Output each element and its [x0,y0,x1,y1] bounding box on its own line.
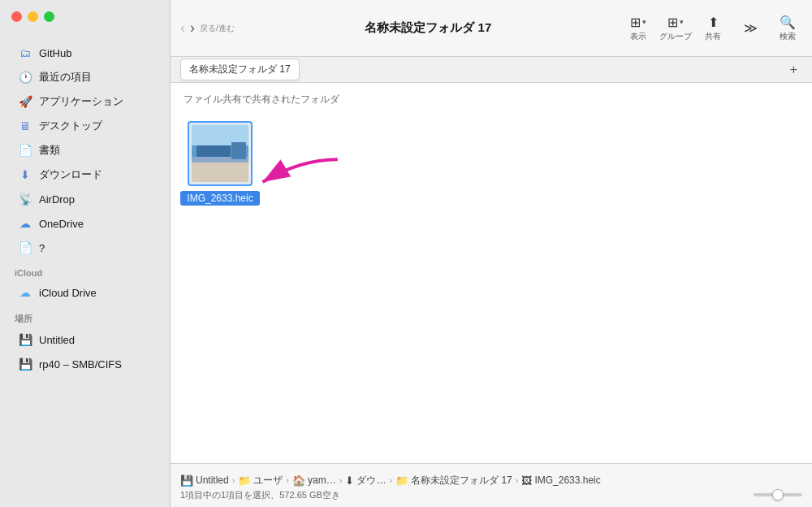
group-label: グループ [659,31,692,42]
folder-description: ファイル共有で共有されたフォルダ [171,83,812,111]
sidebar-item-downloads[interactable]: ⬇ ダウンロード [5,163,165,186]
sidebar-item-label: iCloud Drive [39,287,97,299]
sidebar-item-github[interactable]: 🗂 GitHub [5,41,165,64]
breadcrumb-sep-4: › [516,475,519,485]
applications-icon: 🚀 [18,94,32,109]
sidebar-item-icloud-drive[interactable]: ☁ iCloud Drive [5,281,165,304]
grid-icon: ⊞ [630,15,641,30]
group-icon: ⊞ [667,15,678,30]
share-icon: ⬆ [708,15,719,30]
sidebar-item-label: rp40 – SMB/CIFS [39,358,122,370]
zoom-slider-wrap [754,493,802,496]
nav-label: 戻る/進む [200,23,235,34]
view-icon-row: ⊞ ▾ [630,15,646,30]
photo-preview [192,125,248,182]
file-item[interactable]: IMG_2633.heic [184,121,257,206]
traffic-lights [11,11,54,22]
documents-icon: 📄 [18,143,32,158]
sidebar-item-label: GitHub [39,47,71,59]
forward-button[interactable]: › [188,18,197,38]
breadcrumb-sep-3: › [389,475,392,485]
breadcrumb-item-2[interactable]: 🏠 yam… [292,474,336,487]
recents-icon: 🕐 [18,70,32,84]
breadcrumb-home-icon: 🏠 [292,474,305,487]
breadcrumb-sep-2: › [339,475,343,485]
sidebar-item-label: 書類 [39,143,60,158]
sidebar-item-label: 最近の項目 [39,70,92,84]
sidebar-item-recents[interactable]: 🕐 最近の項目 [5,66,165,89]
disk-icon: 💾 [18,332,32,347]
minimize-button[interactable] [28,11,38,22]
share-label: 共有 [705,31,721,42]
zoom-slider[interactable] [754,493,802,496]
locations-section-label: 場所 [0,305,170,327]
toolbar-row: ‹ › 戻る/進む 名称未設定フォルダ 17 ⊞ ▾ 表示 ⊞ ▾ [171,0,812,56]
icloud-section-label: iCloud [0,260,170,280]
more-button[interactable]: ≫ [734,20,767,36]
network-disk-icon: 💾 [18,357,32,371]
search-button[interactable]: 🔍 検索 [771,15,804,42]
status-text-row: 1項目中の1項目を選択、572.65 GB空き [171,489,812,501]
file-name-label: IMG_2633.heic [180,191,259,206]
breadcrumb-label-4: 名称未設定フォルダ 17 [411,474,512,488]
breadcrumb-item-1[interactable]: 📁 ユーザ [238,474,283,488]
sidebar-item-label: ダウンロード [39,167,102,182]
view-button[interactable]: ⊞ ▾ 表示 [622,15,654,42]
onedrive-icon: ☁ [18,216,32,231]
downloads-icon: ⬇ [18,167,32,182]
sidebar-item-documents[interactable]: 📄 書類 [5,139,165,162]
sidebar-item-untitled[interactable]: 💾 Untitled [5,328,165,351]
unknown-file-icon: 📄 [18,240,32,255]
share-button[interactable]: ⬆ 共有 [697,15,729,42]
sidebar-item-label: OneDrive [39,218,84,230]
breadcrumb-image-icon: 🖼 [521,474,532,487]
view-chevron: ▾ [642,18,646,26]
breadcrumb-row: 💾 Untitled › 📁 ユーザ › 🏠 yam… › ⬇ ダウ… › 📁 … [171,470,812,489]
sidebar-item-unknown[interactable]: 📄 ? [5,236,165,259]
tab-bar: 名称未設定フォルダ 17 + [171,57,812,83]
main-panel: ‹ › 戻る/進む 名称未設定フォルダ 17 ⊞ ▾ 表示 ⊞ ▾ [171,0,812,507]
back-button[interactable]: ‹ [179,18,187,38]
file-area: IMG_2633.heic [171,111,812,463]
breadcrumb-item-3[interactable]: ⬇ ダウ… [345,474,386,488]
sidebar-item-airdrop[interactable]: 📡 AirDrop [5,188,165,210]
sidebar-item-onedrive[interactable]: ☁ OneDrive [5,212,165,235]
breadcrumb-download-icon: ⬇ [345,474,354,487]
status-text: 1項目中の1項目を選択、572.65 GB空き [180,489,340,501]
more-icon-row: ≫ [744,20,758,36]
more-icon: ≫ [744,20,758,36]
add-tab-button[interactable]: + [785,63,802,77]
breadcrumb-item-5[interactable]: 🖼 IMG_2633.heic [521,474,600,487]
file-thumbnail [188,121,253,186]
github-icon: 🗂 [18,46,32,60]
slider-thumb [772,489,784,500]
toolbar: ‹ › 戻る/進む 名称未設定フォルダ 17 ⊞ ▾ 表示 ⊞ ▾ [171,0,812,57]
breadcrumb-item-4[interactable]: 📁 名称未設定フォルダ 17 [395,474,512,488]
nav-arrows: ‹ › [179,18,197,38]
arrow-annotation [248,152,345,201]
group-button[interactable]: ⊞ ▾ グループ [659,15,692,42]
fullscreen-button[interactable] [44,11,54,22]
group-chevron: ▾ [680,18,684,26]
breadcrumb-folder-icon-4: 📁 [395,474,408,487]
desktop-icon: 🖥 [18,119,32,133]
status-bar: 💾 Untitled › 📁 ユーザ › 🏠 yam… › ⬇ ダウ… › 📁 … [171,463,812,507]
breadcrumb-label-3: ダウ… [356,474,386,488]
airdrop-icon: 📡 [18,192,32,206]
breadcrumb-label-2: yam… [308,474,336,486]
sidebar-item-desktop[interactable]: 🖥 デスクトップ [5,115,165,137]
sidebar-item-applications[interactable]: 🚀 アプリケーション [5,90,165,113]
search-icon: 🔍 [780,15,796,30]
breadcrumb-disk-icon: 💾 [180,474,193,487]
sidebar-item-label: アプリケーション [39,94,123,109]
breadcrumb-item-0[interactable]: 💾 Untitled [180,474,229,487]
icloud-drive-icon: ☁ [18,285,32,300]
view-label: 表示 [630,31,646,42]
group-icon-row: ⊞ ▾ [667,15,684,30]
sidebar-item-label: ? [39,242,45,254]
tab-folder[interactable]: 名称未設定フォルダ 17 [180,58,300,80]
sidebar-item-rp40[interactable]: 💾 rp40 – SMB/CIFS [5,353,165,375]
breadcrumb-sep-0: › [232,475,235,485]
close-button[interactable] [11,11,22,22]
folder-title: 名称未設定フォルダ 17 [365,20,491,36]
